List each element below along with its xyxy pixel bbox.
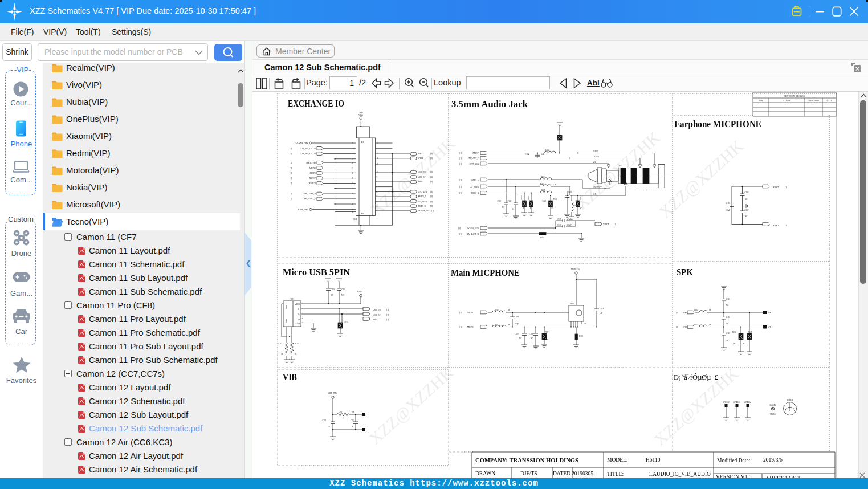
svg-text:XMP3_R: XMP3_R: [418, 205, 426, 207]
svg-text:NC: NC: [584, 323, 586, 324]
svg-text:TITLE:: TITLE:: [607, 471, 624, 477]
svg-text:MICN0: MICN0: [309, 167, 316, 169]
svg-text:[1]: [1]: [676, 312, 678, 314]
svg-text:1 MIC: 1 MIC: [593, 150, 599, 153]
svg-text:0R: 0R: [709, 324, 711, 326]
svg-text:C108: C108: [529, 333, 533, 335]
svg-text:NC: NC: [726, 323, 728, 325]
svg-text:0R: 0R: [295, 353, 297, 356]
svg-text:GND: GND: [296, 323, 300, 325]
svg-text:[1]: [1]: [430, 157, 433, 160]
svg-text:NC: NC: [531, 337, 533, 340]
svg-text:JACK-R4K-9PIN-41-6981.23D-8D.9: JACK-R4K-9PIN-41-6981.23D-8D.99: [631, 189, 657, 191]
svg-text:C136: C136: [745, 191, 749, 194]
svg-text:[1]: [1]: [614, 223, 616, 226]
svg-text:USB_DM: USB_DM: [418, 171, 426, 173]
svg-text:6: 6: [377, 191, 378, 193]
svg-text:C102: C102: [331, 288, 335, 291]
svg-text:MICBIAS0: MICBIAS0: [571, 268, 580, 271]
svg-text:C101: C101: [568, 191, 572, 193]
svg-text:EINT_EAR: EINT_EAR: [418, 191, 428, 193]
svg-text:C129: C129: [557, 218, 561, 221]
svg-text:R101: R101: [495, 324, 499, 326]
svg-text:FT115: FT115: [580, 195, 581, 200]
svg-text:SPK: SPK: [677, 266, 693, 278]
svg-text:[1]: [1]: [386, 319, 389, 321]
svg-text:C134: C134: [525, 153, 529, 156]
svg-text:NC: NC: [512, 208, 514, 210]
svg-text:[2]: [2]: [290, 148, 292, 150]
svg-text:B102: B102: [694, 309, 698, 311]
svg-text:P6: P6: [361, 212, 364, 215]
svg-text:B113: B113: [541, 176, 545, 178]
svg-text:P6: P6: [361, 141, 364, 144]
svg-text:MARK1: MARK1: [770, 404, 776, 406]
svg-text:AVSS28_AUD: AVSS28_AUD: [467, 227, 479, 230]
svg-text:[1]: [1]: [459, 326, 462, 328]
svg-text:MICBIAS0: MICBIAS0: [306, 162, 316, 164]
svg-text:[2]: [2]: [290, 153, 292, 155]
svg-text:1uF: 1uF: [541, 153, 544, 156]
svg-text:AV_REFN: AV_REFN: [470, 186, 479, 188]
svg-text:SPKP: SPKP: [683, 312, 687, 314]
svg-text:MARK: MARK: [770, 413, 776, 415]
svg-text:PM_LANT_P: PM_LANT_P: [304, 198, 316, 200]
svg-text:COMPANY: TRANSSION HOLDINGS: COMPANY: TRANSSION HOLDINGS: [475, 458, 578, 463]
svg-text:[1]: [1]: [459, 157, 462, 160]
svg-text:14: 14: [377, 148, 379, 150]
svg-text:C133: C133: [507, 200, 511, 202]
svg-text:Micro USB 5PIN: Micro USB 5PIN: [283, 266, 350, 278]
svg-text:30: 30: [352, 211, 354, 213]
svg-text:C119: C119: [351, 419, 355, 422]
svg-text:SPKN: SPKN: [418, 157, 423, 160]
svg-text:DRAWN: DRAWN: [475, 471, 495, 476]
svg-text:NC: NC: [580, 207, 582, 210]
svg-text:NC: NC: [743, 343, 745, 345]
svg-text:25: 25: [352, 188, 354, 190]
svg-text:20: 20: [352, 162, 354, 164]
svg-text:9: 9: [377, 176, 378, 178]
svg-text:[1]: [1]: [459, 186, 462, 188]
svg-text:B108: B108: [545, 149, 549, 152]
svg-text:GND104: GND104: [744, 401, 751, 404]
svg-text:XMICP: XMICP: [773, 225, 779, 227]
svg-text:B130: B130: [540, 183, 544, 185]
svg-text:[1]: [1]: [386, 314, 389, 316]
svg-text:NC: NC: [745, 215, 747, 218]
svg-text:0R: 0R: [508, 324, 510, 326]
svg-text:R120: R120: [295, 343, 299, 345]
svg-text:T101: T101: [344, 321, 348, 323]
svg-text:2 GND: 2 GND: [593, 156, 599, 158]
svg-text:B112: B112: [543, 200, 547, 202]
svg-text:EXCHANGE IO: EXCHANGE IO: [288, 97, 344, 109]
svg-text:[1]: [1]: [290, 172, 292, 174]
svg-text:VBUS: VBUS: [357, 291, 362, 293]
svg-text:XMICN: XMICN: [309, 182, 316, 185]
svg-text:NC: NC: [529, 207, 531, 209]
svg-text:C135: C135: [726, 202, 730, 205]
svg-text:NC: NC: [733, 343, 736, 345]
svg-text:28: 28: [352, 203, 354, 205]
svg-text:J103: J103: [619, 165, 622, 167]
svg-text:T109: T109: [748, 331, 752, 333]
svg-text:[1]: [1]: [430, 191, 433, 193]
svg-text:H101: H101: [579, 335, 583, 337]
svg-text:XZZ@XZZHK: XZZ@XZZHK: [365, 362, 457, 449]
svg-text:ID: ID: [298, 319, 300, 321]
svg-text:VERSION:V1.0: VERSION:V1.0: [716, 474, 752, 478]
svg-text:Earphone MICPHONE: Earphone MICPHONE: [674, 119, 761, 129]
svg-text:SPK+: SPK+: [768, 312, 772, 314]
svg-text:100uF: 100uF: [567, 224, 572, 226]
svg-text:T120: T120: [553, 198, 557, 201]
svg-text:C114: C114: [600, 308, 604, 310]
svg-text:NC: NC: [352, 426, 354, 428]
svg-text:VIBR_PMU: VIBR_PMU: [298, 209, 309, 211]
svg-text:2019/3/6: 2019/3/6: [763, 457, 783, 463]
svg-text:26: 26: [352, 193, 354, 195]
svg-text:D+: D+: [298, 313, 300, 316]
svg-text:C116: C116: [726, 316, 730, 319]
svg-text:USB_DP: USB_DP: [418, 176, 425, 178]
svg-text:GND102: GND102: [723, 401, 730, 404]
svg-text:10: 10: [377, 171, 379, 173]
svg-text:NC: NC: [726, 340, 728, 342]
